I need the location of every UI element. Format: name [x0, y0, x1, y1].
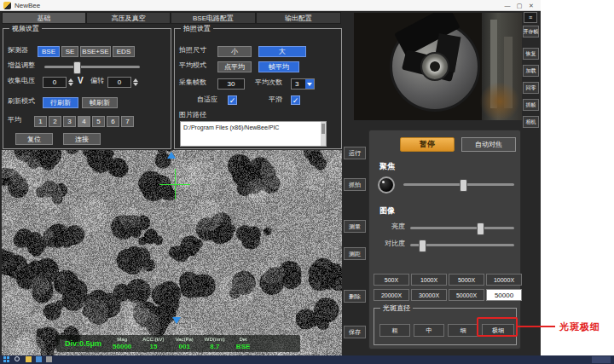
- path-scrollbar[interactable]: [321, 122, 326, 146]
- taskbar-app-icon-3[interactable]: [46, 356, 52, 362]
- camera-button[interactable]: 相机: [523, 116, 539, 128]
- scan-marker-top-icon[interactable]: [167, 152, 176, 159]
- mag-value-input[interactable]: 50000: [486, 289, 522, 301]
- focus-label: 聚焦: [379, 161, 395, 172]
- stat-det-label: Det: [239, 337, 246, 343]
- gain-slider[interactable]: [44, 61, 140, 72]
- spot-coarse-button[interactable]: 粗: [379, 324, 410, 337]
- reset-button[interactable]: 复位: [15, 133, 53, 145]
- average-5-button[interactable]: 5: [92, 116, 105, 127]
- collect-voltage-input[interactable]: 0: [43, 77, 67, 88]
- brightness-slider[interactable]: [410, 222, 514, 234]
- average-3-button[interactable]: 3: [63, 116, 76, 127]
- detector-bse-button[interactable]: BSE: [38, 46, 60, 57]
- refresh-mode-label: 刷新模式: [8, 95, 35, 107]
- mag-50000x-button[interactable]: 50000X: [449, 289, 484, 301]
- measure-button[interactable]: 测量: [344, 220, 366, 233]
- photo-settings-group: 拍照设置 拍照尺寸 小 大 平均模式 点平均 帧平均 采集帧数 30 平均次数 …: [174, 28, 342, 149]
- brightness-slider-handle[interactable]: [477, 222, 484, 235]
- average-6-button[interactable]: 6: [107, 116, 119, 127]
- load-button[interactable]: 加载: [523, 65, 539, 77]
- adaptive-checkbox[interactable]: [228, 95, 237, 105]
- tab-output-config[interactable]: 输出配置: [256, 12, 341, 24]
- close-button[interactable]: ✕: [525, 0, 537, 11]
- camera-warm-glow: [478, 83, 521, 120]
- dropdown-arrow-icon: [305, 79, 314, 89]
- focus-slider-handle[interactable]: [460, 179, 467, 192]
- restore-button[interactable]: 恢复: [523, 48, 539, 60]
- save-frame-button[interactable]: 开存帧: [523, 26, 539, 38]
- average-4-button[interactable]: 4: [78, 116, 90, 127]
- mag-5000x-button[interactable]: 5000X: [449, 274, 484, 286]
- contrast-slider[interactable]: [410, 240, 514, 251]
- mag-20000x-button[interactable]: 20000X: [374, 289, 409, 301]
- deflect-label: 偏转: [90, 75, 104, 86]
- stat-wd: WD(mm) 8.7: [205, 337, 225, 350]
- pause-button[interactable]: 暂停: [400, 137, 455, 152]
- home-zero-button[interactable]: 回零: [523, 82, 539, 94]
- stat-vac: Vac(Pa) 001: [176, 337, 194, 350]
- stat-vac-value: 001: [179, 343, 190, 350]
- distance-button[interactable]: 测距: [344, 247, 366, 260]
- average-2-button[interactable]: 2: [49, 116, 61, 127]
- detector-eds-button[interactable]: EDS: [113, 46, 135, 57]
- point-average-button[interactable]: 点平均: [217, 61, 252, 72]
- frame-refresh-button[interactable]: 帧刷新: [82, 97, 118, 108]
- status-overlay: Div:0.5μm Mag 50000 ACC.(kV) 15 Vac(Pa) …: [56, 335, 300, 352]
- spot-fine-button[interactable]: 细: [448, 324, 478, 337]
- stat-wd-value: 8.7: [210, 343, 219, 350]
- spot-medium-button[interactable]: 中: [414, 324, 444, 337]
- mag-30000x-button[interactable]: 30000X: [411, 289, 447, 301]
- stat-acc-value: 15: [150, 343, 158, 350]
- frame-average-button[interactable]: 帧平均: [258, 61, 299, 72]
- taskbar-app-icon-2[interactable]: [36, 356, 42, 362]
- save-button[interactable]: 保存: [344, 326, 366, 338]
- autofocus-button[interactable]: 自动对焦: [461, 137, 516, 152]
- mag-10000x-button[interactable]: 10000X: [486, 274, 522, 286]
- average-7-button[interactable]: 7: [121, 116, 134, 127]
- stat-mag: Mag 50000: [113, 337, 131, 350]
- tab-hv-vacuum[interactable]: 高压及真空: [86, 12, 171, 24]
- size-small-button[interactable]: 小: [217, 46, 252, 57]
- size-large-button[interactable]: 大: [258, 46, 306, 57]
- average-1-button[interactable]: 1: [34, 116, 47, 127]
- tab-bse-circuit[interactable]: BSE电路配置: [171, 12, 256, 24]
- search-icon[interactable]: [14, 356, 20, 361]
- minimize-button[interactable]: —: [501, 0, 513, 11]
- grab-frame-button[interactable]: 抓帧: [523, 99, 539, 111]
- focus-knob[interactable]: [378, 176, 395, 194]
- path-scrollbar-thumb[interactable]: [321, 124, 325, 134]
- scan-marker-bottom-icon[interactable]: [172, 317, 181, 324]
- connect-button[interactable]: 连接: [63, 133, 101, 145]
- run-button[interactable]: 运行: [344, 147, 366, 159]
- taskbar-app-icon-1[interactable]: [26, 356, 32, 362]
- deflect-stepper[interactable]: [132, 77, 139, 88]
- focus-slider[interactable]: [403, 179, 514, 190]
- deflect-input[interactable]: 0: [107, 77, 131, 88]
- collect-voltage-stepper[interactable]: [67, 77, 74, 88]
- app-window: NewBee — ▢ ✕ 基础 高压及真空 BSE电路配置 输出配置 视频设置 …: [0, 0, 541, 355]
- tab-basic[interactable]: 基础: [2, 12, 86, 24]
- maximize-button[interactable]: ▢: [513, 0, 525, 11]
- annotation-text: 光斑极细: [559, 321, 600, 333]
- panel-toggle-button[interactable]: ≡: [524, 12, 537, 23]
- contrast-slider-handle[interactable]: [419, 240, 426, 252]
- image-path-input[interactable]: D:/Program Files (x86)/NewBee/PIC: [180, 121, 327, 147]
- line-refresh-button[interactable]: 行刷新: [43, 97, 78, 108]
- detector-se-button[interactable]: SE: [61, 46, 78, 57]
- photo-settings-title: 拍照设置: [181, 24, 213, 33]
- image-path-value: D:/Program Files (x86)/NewBee/PIC: [181, 122, 326, 134]
- start-button-icon[interactable]: [3, 356, 6, 359]
- delete-button[interactable]: 删除: [344, 290, 366, 303]
- sem-image[interactable]: [2, 150, 342, 355]
- detector-bse-se-button[interactable]: BSE+SE: [80, 46, 111, 57]
- gain-slider-handle[interactable]: [73, 61, 81, 74]
- capture-frames-input[interactable]: 30: [217, 78, 245, 90]
- sem-viewport: Div:0.5μm Mag 50000 ACC.(kV) 15 Vac(Pa) …: [2, 150, 342, 355]
- system-tray[interactable]: [592, 356, 611, 363]
- smooth-checkbox[interactable]: [291, 95, 300, 105]
- average-count-select[interactable]: 3: [291, 78, 315, 90]
- snapshot-button[interactable]: 抓拍: [344, 178, 366, 191]
- mag-1000x-button[interactable]: 1000X: [411, 274, 447, 286]
- mag-500x-button[interactable]: 500X: [374, 274, 409, 286]
